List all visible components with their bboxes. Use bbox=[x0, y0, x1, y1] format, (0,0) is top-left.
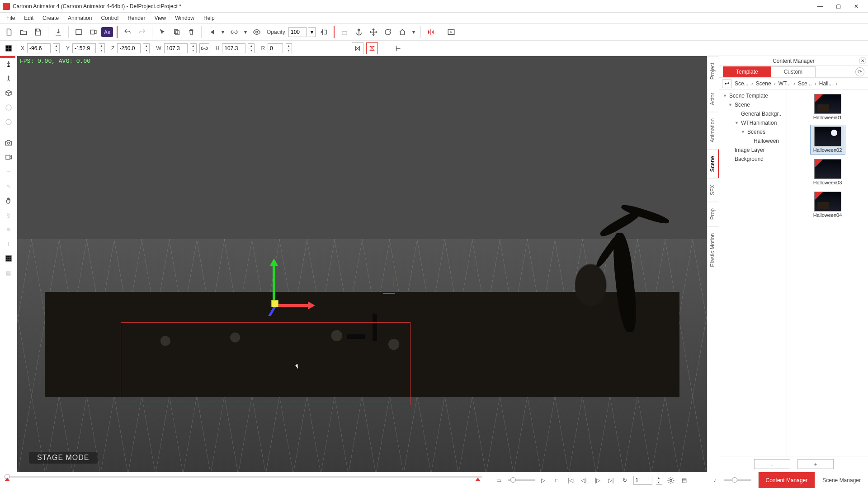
tree-item[interactable]: General Backgr.. bbox=[719, 109, 787, 118]
bone-tool[interactable] bbox=[2, 72, 15, 85]
flip-v-button[interactable] bbox=[366, 42, 378, 54]
crumb[interactable]: Scene bbox=[754, 80, 773, 88]
render-image-button[interactable] bbox=[72, 26, 85, 38]
record-tool[interactable] bbox=[2, 151, 15, 164]
move-tool[interactable] bbox=[367, 26, 380, 38]
w-spinner[interactable]: ▲▼ bbox=[190, 43, 197, 53]
wind-tool[interactable]: ≋ bbox=[2, 223, 15, 236]
align-button[interactable] bbox=[392, 42, 404, 54]
cat-sfx[interactable]: SFX bbox=[708, 178, 719, 202]
thumbnail-item[interactable]: Halloween02 bbox=[810, 125, 845, 155]
zoom-slider[interactable] bbox=[508, 479, 535, 481]
current-frame-input[interactable] bbox=[633, 476, 652, 485]
goto-start-button[interactable] bbox=[205, 26, 218, 38]
menu-view[interactable]: View bbox=[150, 14, 170, 22]
opacity-input[interactable] bbox=[288, 27, 307, 37]
cat-animation[interactable]: Animation bbox=[708, 112, 719, 149]
new-project-button[interactable] bbox=[3, 26, 15, 38]
motion-tool[interactable]: ⤳ bbox=[2, 165, 15, 178]
slider-handle[interactable] bbox=[732, 477, 737, 483]
viewport[interactable]: FPS: 0.00, AVG: 0.00 STAGE MODE bbox=[17, 56, 707, 472]
cat-project[interactable]: Project bbox=[708, 56, 719, 86]
marker-button[interactable]: ▭ bbox=[494, 475, 504, 485]
frame-spinner[interactable]: ▲▼ bbox=[656, 476, 662, 485]
cm-apply-button[interactable]: ↓ bbox=[754, 459, 790, 469]
collapse-icon[interactable]: ▼ bbox=[723, 94, 727, 98]
z-spinner[interactable]: ▲▼ bbox=[143, 43, 150, 53]
path-tool[interactable]: ∿ bbox=[2, 180, 15, 192]
home-button[interactable] bbox=[396, 26, 409, 38]
import-button[interactable] bbox=[52, 26, 65, 38]
tree-item[interactable]: ▼WTHanimation bbox=[719, 118, 787, 127]
open-project-button[interactable] bbox=[17, 26, 30, 38]
link-wh-button[interactable] bbox=[199, 43, 209, 53]
menu-edit[interactable]: Edit bbox=[19, 14, 38, 22]
x-input[interactable] bbox=[27, 43, 51, 53]
minimize-button[interactable]: — bbox=[811, 1, 829, 12]
text-tool[interactable]: T bbox=[2, 238, 15, 250]
h-spinner[interactable]: ▲▼ bbox=[248, 43, 255, 53]
timeline-start-marker[interactable] bbox=[5, 478, 10, 481]
grid-mode-button[interactable] bbox=[3, 42, 14, 54]
cm-tree[interactable]: ▼Scene Template▼SceneGeneral Backgr..▼WT… bbox=[719, 89, 787, 456]
loop-button[interactable]: ↻ bbox=[620, 475, 630, 485]
tab-content-manager[interactable]: Content Manager bbox=[758, 472, 815, 488]
x-spinner[interactable]: ▲▼ bbox=[53, 43, 60, 53]
mirror-button[interactable] bbox=[425, 26, 437, 38]
menu-file[interactable]: File bbox=[2, 14, 19, 22]
cat-actor[interactable]: Actor bbox=[708, 86, 719, 112]
gizmo-center[interactable] bbox=[271, 300, 278, 307]
tree-item[interactable]: ▼Scenes bbox=[719, 127, 787, 136]
cm-back-button[interactable]: ↩ bbox=[722, 79, 732, 88]
volume-icon[interactable]: ♪ bbox=[710, 475, 720, 485]
y-spinner[interactable]: ▲▼ bbox=[99, 43, 105, 53]
cm-add-button[interactable]: ＋ bbox=[797, 459, 834, 469]
flip-h-button[interactable] bbox=[352, 42, 363, 54]
face-tool[interactable] bbox=[2, 101, 15, 114]
close-button[interactable]: ✕ bbox=[847, 1, 865, 12]
menu-help[interactable]: Help bbox=[199, 14, 219, 22]
menu-control[interactable]: Control bbox=[96, 14, 123, 22]
menu-render[interactable]: Render bbox=[123, 14, 150, 22]
thumbnail-item[interactable]: Halloween01 bbox=[810, 92, 845, 122]
flip-back-button[interactable] bbox=[317, 26, 330, 38]
link-button[interactable] bbox=[228, 26, 241, 38]
tree-item[interactable]: Background bbox=[719, 155, 787, 164]
collapse-icon[interactable]: ▼ bbox=[728, 103, 733, 107]
undo-button[interactable] bbox=[121, 26, 134, 38]
tree-item[interactable]: ▼Scene bbox=[719, 100, 787, 109]
grid-tool[interactable] bbox=[2, 252, 15, 265]
next-frame-button[interactable]: |▷ bbox=[593, 475, 603, 485]
cm-close-button[interactable]: ✕ bbox=[859, 57, 866, 64]
selection-box[interactable] bbox=[121, 322, 410, 405]
goto-end-button[interactable]: ▷| bbox=[606, 475, 616, 485]
cm-thumbnails[interactable]: Halloween01Halloween02Halloween03Hallowe… bbox=[787, 89, 868, 456]
menu-window[interactable]: Window bbox=[170, 14, 199, 22]
thumbnail-item[interactable]: Halloween04 bbox=[810, 190, 845, 220]
menu-create[interactable]: Create bbox=[38, 14, 63, 22]
collapse-icon[interactable]: ▼ bbox=[735, 121, 739, 125]
thumbnail-item[interactable]: Halloween03 bbox=[810, 157, 845, 187]
crumb[interactable]: WT... bbox=[777, 80, 793, 88]
cm-refresh-button[interactable]: ⟳ bbox=[855, 67, 864, 76]
crumb[interactable]: Hall... bbox=[817, 80, 835, 88]
sprite-tool[interactable] bbox=[2, 116, 15, 128]
cat-scene[interactable]: Scene bbox=[708, 149, 719, 178]
redo-button[interactable] bbox=[136, 26, 148, 38]
spring-tool[interactable]: § bbox=[2, 209, 15, 221]
save-project-button[interactable] bbox=[32, 26, 44, 38]
slider-handle[interactable] bbox=[510, 477, 516, 483]
w-input[interactable] bbox=[164, 43, 188, 53]
duplicate-button[interactable] bbox=[170, 26, 183, 38]
goto-start-button[interactable]: |◁ bbox=[566, 475, 576, 485]
collapse-icon[interactable]: ▼ bbox=[741, 130, 745, 134]
z-input[interactable] bbox=[117, 43, 141, 53]
hand-tool[interactable] bbox=[2, 194, 15, 207]
rotate-tool[interactable] bbox=[382, 26, 394, 38]
crumb[interactable]: Sce... bbox=[796, 80, 814, 88]
visibility-button[interactable] bbox=[250, 26, 263, 38]
volume-slider[interactable] bbox=[724, 479, 751, 481]
tree-item[interactable]: Image Layer bbox=[719, 145, 787, 155]
stop-button[interactable]: □ bbox=[552, 475, 562, 485]
r-input[interactable] bbox=[268, 43, 283, 53]
